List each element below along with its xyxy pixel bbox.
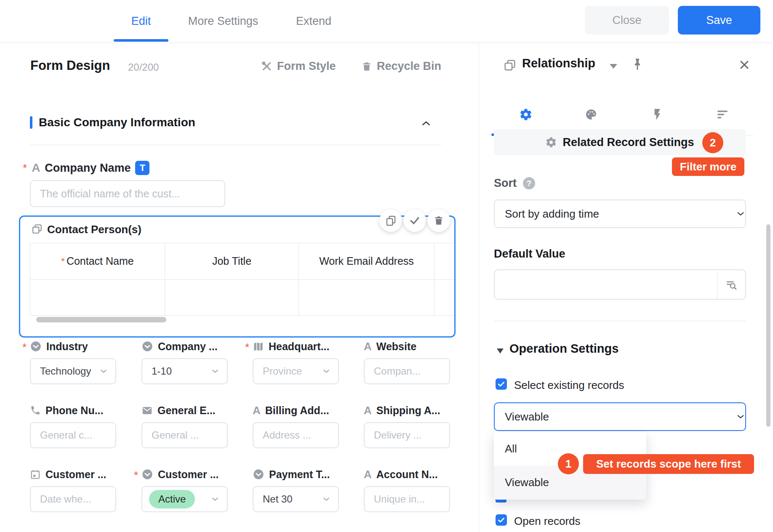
section-collapse-button[interactable]: [421, 118, 432, 129]
record-picker-button[interactable]: [717, 270, 745, 299]
panel-section-divider: [494, 321, 746, 321]
form-designer-app: Edit More Settings Extend Close Save For…: [0, 0, 773, 532]
subform-empty-cell[interactable]: [165, 279, 299, 315]
delete-field-button[interactable]: [427, 209, 450, 232]
subform-horizontal-scrollbar[interactable]: [36, 317, 166, 322]
company-size-select[interactable]: 1-10: [141, 358, 228, 384]
headquarters-select[interactable]: Province: [253, 358, 339, 384]
input-placeholder: Compan...: [365, 365, 449, 377]
input-placeholder: Date whe...: [31, 493, 115, 505]
subform-empty-cell[interactable]: [434, 279, 454, 315]
step-badge-1: 1: [558, 453, 579, 474]
phone-number-input[interactable]: General c...: [30, 422, 116, 448]
field-website[interactable]: A Website Compan...: [364, 339, 450, 384]
title-style-badge[interactable]: T: [135, 161, 149, 175]
tab-settings-gear-icon[interactable]: [519, 108, 533, 121]
records-scope-select[interactable]: Viewable: [494, 402, 746, 431]
chevron-down-icon[interactable]: [610, 64, 617, 69]
section-accent-bar: [30, 116, 32, 129]
billing-address-input[interactable]: Address ...: [253, 422, 339, 448]
default-value-label: Default Value: [494, 247, 565, 261]
text-field-icon: A: [364, 468, 372, 481]
check-icon: [497, 380, 506, 388]
field-label: Customer ...: [45, 468, 106, 481]
tab-extend[interactable]: Extend: [295, 0, 333, 42]
chevron-down-icon: [322, 495, 331, 503]
required-asterisk: *: [61, 256, 65, 267]
field-phone-number[interactable]: Phone Nu... General c...: [30, 403, 116, 448]
panel-field-title[interactable]: Relationship: [522, 56, 595, 70]
field-headquarters[interactable]: * Headquart... Province: [253, 339, 339, 384]
subform-empty-cell[interactable]: [299, 279, 434, 315]
required-asterisk: *: [134, 469, 138, 482]
form-style-button[interactable]: Form Style: [261, 60, 336, 73]
required-asterisk: *: [22, 341, 27, 354]
operation-settings-title: Operation Settings: [509, 342, 618, 356]
active-tab-indicator: [114, 39, 168, 42]
payment-terms-select[interactable]: Net 30: [253, 486, 339, 512]
field-industry[interactable]: * Industry Technology: [30, 339, 116, 384]
sort-select[interactable]: Sort by adding time: [494, 200, 746, 228]
subform-column-header[interactable]: [434, 243, 454, 279]
field-billing-address[interactable]: A Billing Add... Address ...: [253, 403, 339, 448]
field-label: Industry: [46, 340, 88, 353]
account-number-input[interactable]: Unique in...: [364, 486, 450, 512]
customer-status-select[interactable]: Active: [141, 486, 228, 512]
field-company-size[interactable]: Company ... 1-10: [141, 339, 228, 384]
pin-icon[interactable]: [631, 57, 644, 71]
input-placeholder: The official name of the cust...: [31, 188, 224, 200]
tab-events-lightning-icon[interactable]: [650, 108, 664, 121]
collapse-triangle-icon[interactable]: [497, 348, 504, 354]
open-records-label: Open records: [514, 515, 581, 528]
copy-field-button[interactable]: [379, 209, 402, 232]
select-existing-records-checkbox[interactable]: [496, 378, 507, 390]
open-records-checkbox[interactable]: [496, 514, 507, 526]
field-payment-terms[interactable]: Payment T... Net 30: [253, 467, 339, 512]
recycle-bin-button[interactable]: Recycle Bin: [361, 60, 441, 73]
status-pill: Active: [149, 490, 195, 508]
tab-edit[interactable]: Edit: [114, 0, 168, 42]
input-placeholder: Unique in...: [365, 493, 449, 505]
gear-icon: [545, 136, 557, 148]
tab-more-settings[interactable]: More Settings: [185, 0, 261, 42]
field-shipping-address[interactable]: A Shipping A... Delivery ...: [364, 403, 450, 448]
mail-icon: [141, 405, 153, 416]
subform-column-header[interactable]: Work Email Address: [299, 243, 434, 279]
help-icon[interactable]: ?: [523, 177, 535, 189]
tab-sort-lines-icon[interactable]: [716, 108, 729, 121]
industry-select[interactable]: Technology: [30, 358, 116, 384]
field-label: Billing Add...: [265, 404, 329, 417]
website-input[interactable]: Compan...: [364, 358, 450, 384]
text-field-icon: A: [253, 404, 261, 417]
panel-scrollbar[interactable]: [766, 224, 770, 427]
close-button[interactable]: Close: [585, 6, 669, 35]
confirm-field-button[interactable]: [403, 209, 426, 232]
column-label: Work Email Address: [319, 255, 414, 267]
shipping-address-input[interactable]: Delivery ...: [364, 422, 450, 448]
tab-style-palette-icon[interactable]: [584, 108, 598, 121]
close-icon: [738, 58, 751, 72]
subform-column-header[interactable]: *Contact Name: [30, 243, 165, 279]
dropdown-field-icon: [30, 340, 42, 352]
subform-column-header[interactable]: Job Title: [165, 243, 299, 279]
chevron-down-icon: [211, 367, 219, 375]
close-panel-button[interactable]: [738, 58, 751, 72]
input-placeholder: Delivery ...: [365, 429, 449, 441]
section-divider: [30, 145, 441, 145]
dropdown-field-icon: [141, 468, 153, 480]
default-value-input[interactable]: [494, 269, 746, 300]
field-label: Account N...: [376, 468, 438, 481]
field-account-number[interactable]: A Account N... Unique in...: [364, 467, 450, 512]
dropdown-field-icon: [141, 340, 153, 352]
chevron-up-icon: [421, 118, 432, 129]
field-customer-status[interactable]: * Customer ... Active: [141, 467, 228, 512]
field-general-email[interactable]: General E... General ...: [141, 403, 228, 448]
subform-empty-cell[interactable]: [30, 279, 165, 315]
customer-date-input[interactable]: Date whe...: [30, 486, 116, 512]
field-customer-date[interactable]: Customer ... Date whe...: [30, 467, 116, 512]
save-button[interactable]: Save: [678, 6, 760, 35]
required-asterisk: *: [245, 341, 249, 354]
company-name-input[interactable]: The official name of the cust...: [30, 180, 225, 207]
tools-icon: [261, 61, 272, 72]
general-email-input[interactable]: General ...: [141, 422, 228, 448]
